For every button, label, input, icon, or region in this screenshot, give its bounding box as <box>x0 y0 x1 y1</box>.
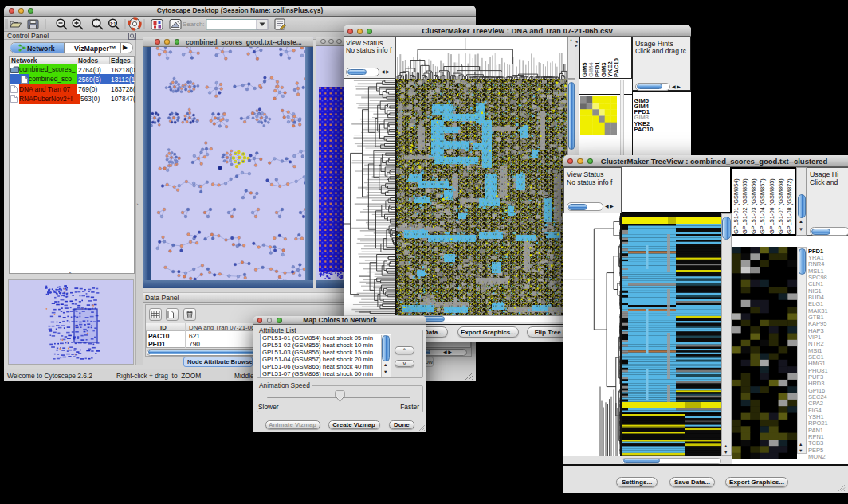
svg-text:GPL51-02 (GSM855): GPL51-02 (GSM855) <box>741 178 748 234</box>
svg-text:GPL51-08 (GSM872): GPL51-08 (GSM872) <box>786 178 793 234</box>
svg-text:GPL51-07 (GSM868): GPL51-07 (GSM868) <box>777 178 784 234</box>
svg-text:GPL51-03 (GSM856): GPL51-03 (GSM856) <box>750 178 757 234</box>
svg-text:GPL51-06 (GSM865): GPL51-06 (GSM865) <box>768 178 775 234</box>
svg-text:MON2: MON2 <box>808 453 826 460</box>
svg-text:1:1: 1:1 <box>110 21 116 25</box>
svg-text:PAC10: PAC10 <box>613 58 620 77</box>
svg-text:GPL51-01 (GSM854): GPL51-01 (GSM854) <box>732 178 740 234</box>
svg-text:GPL51-04 (GSM857): GPL51-04 (GSM857) <box>759 178 766 234</box>
svg-text:Search:: Search: <box>183 20 205 27</box>
